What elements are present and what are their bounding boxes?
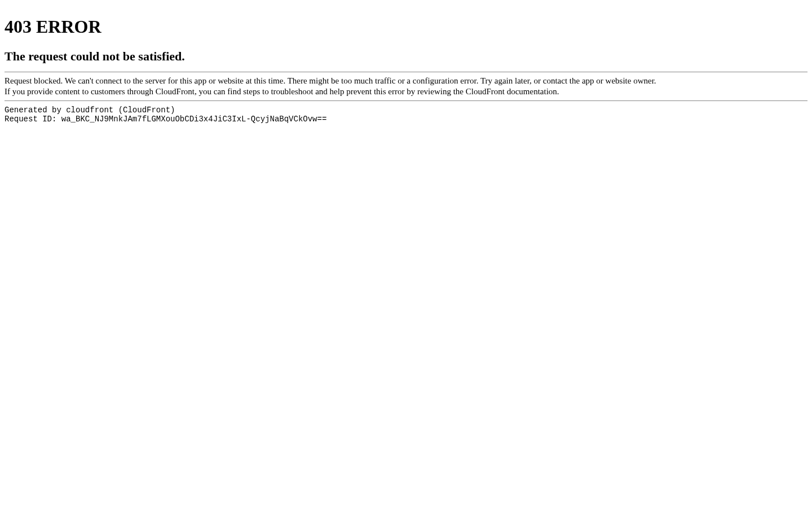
error-title: 403 ERROR	[5, 16, 807, 37]
divider-top	[5, 72, 807, 72]
error-footer: Generated by cloudfront (CloudFront) Req…	[5, 106, 807, 125]
error-body: Request blocked. We can't connect to the…	[5, 76, 807, 97]
error-subtitle: The request could not be satisfied.	[5, 49, 807, 64]
error-body-line2: If you provide content to customers thro…	[5, 86, 807, 97]
divider-bottom	[5, 100, 807, 101]
error-body-line1: Request blocked. We can't connect to the…	[5, 76, 807, 86]
